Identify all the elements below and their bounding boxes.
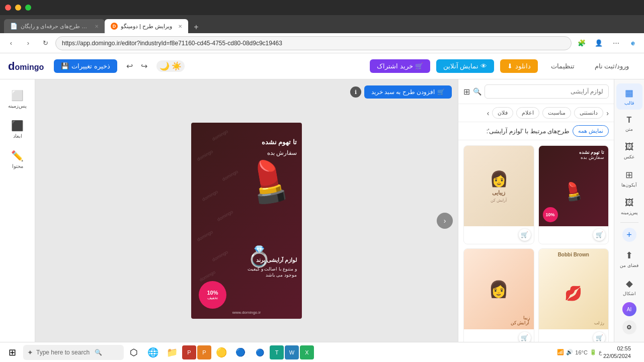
taskbar-app-teal[interactable]: T: [270, 345, 284, 359]
right-icon-background[interactable]: 🖼 پس‌زمینه: [616, 194, 642, 219]
ai-button[interactable]: AI: [622, 302, 636, 316]
background-icon: ⬜: [11, 89, 24, 102]
canvas-area: ℹ 🛒 افزودن طرح به سبد خرید domingo domin…: [35, 79, 458, 362]
start-button[interactable]: ⊞: [2, 344, 22, 360]
watermark-2: domingo: [196, 149, 214, 162]
tab-elam[interactable]: اعلام: [516, 107, 539, 119]
redo-button[interactable]: ↪: [138, 59, 150, 73]
taskbar-edge[interactable]: 🌐: [144, 343, 162, 361]
download-button[interactable]: ⬇ دانلود: [500, 59, 538, 73]
theme-toggle[interactable]: 🌙 ☀️: [156, 60, 185, 72]
lipstick-image: 💄: [240, 154, 298, 209]
tab-bar: 📄 قالب‌ها و طرح‌های حرفه‌ای و رایگان ✕ D…: [0, 15, 644, 33]
watermark-1: domingo: [211, 129, 229, 142]
template-card-3[interactable]: 👩 زیبا آرایش کن 🛒: [463, 248, 534, 347]
right-icon-upload[interactable]: ⬆ فضای من: [616, 246, 642, 272]
template-card-4[interactable]: Bobbi Brown 💋 رژ لب 🛒: [538, 248, 609, 347]
template-card-2[interactable]: تا تهوم نشده سفارش بده 💄 10% 🛒: [538, 145, 609, 244]
settings-button[interactable]: تنظیمات: [544, 59, 582, 73]
left-toolbar: ⬜ پس‌زمینه ⬛ ابعاد ✏️ محتوا: [0, 79, 35, 362]
profile-button[interactable]: 👤: [592, 36, 606, 50]
tool-background[interactable]: ⬜ پس‌زمینه: [3, 85, 32, 113]
design-canvas[interactable]: domingo domingo domingo domingo domingo …: [191, 123, 302, 319]
tab-editor-icon: D: [111, 23, 118, 30]
tab-editor-close[interactable]: ✕: [178, 24, 182, 29]
tab-monasebat[interactable]: مناسبت: [542, 107, 571, 119]
canvas-next-arrow[interactable]: ›: [437, 213, 453, 229]
right-icon-icons[interactable]: ⊞ آیکون‌ها: [616, 165, 642, 192]
tab-falan[interactable]: فلان: [492, 107, 513, 119]
more-button[interactable]: ⋯: [609, 36, 623, 50]
settings-gear-button[interactable]: ⚙: [622, 320, 636, 334]
text-icon: T: [627, 116, 632, 125]
taskbar-explorer[interactable]: 📁: [163, 343, 181, 361]
login-button[interactable]: ورود/ثبت نام: [588, 59, 636, 73]
right-icon-text[interactable]: T متن: [616, 112, 642, 136]
forward-button[interactable]: ›: [21, 36, 35, 50]
taskbar-app-blue[interactable]: 🔵: [251, 343, 269, 361]
extensions-button[interactable]: 🧩: [575, 36, 589, 50]
taskbar-search-icon: 🔍: [95, 349, 102, 356]
right-icon-templates[interactable]: ▦ قالب: [616, 83, 642, 110]
dimensions-icon: ⬛: [11, 120, 24, 132]
taskbar-app-green[interactable]: 🔵: [231, 343, 250, 361]
app: domingo 💾 ذخیره تغییرات ↩ ↪ 🌙 ☀️ خرید اش…: [0, 53, 644, 362]
tray-battery[interactable]: 🔋: [590, 349, 597, 355]
right-icon-shapes[interactable]: ◆ اشکال: [616, 274, 642, 300]
add-to-cart-button[interactable]: 🛒 افزودن طرح به سبد خرید: [364, 85, 452, 99]
show-desktop-button[interactable]: [632, 343, 642, 361]
save-button[interactable]: 💾 ذخیره تغییرات: [54, 59, 117, 73]
add-element-button[interactable]: +: [622, 228, 636, 242]
tray-network[interactable]: 📶: [557, 349, 564, 355]
tabs-right-arrow[interactable]: ›: [487, 109, 490, 117]
watermark-3: domingo: [221, 169, 239, 182]
taskbar-word[interactable]: W: [285, 345, 299, 359]
tab-danestani[interactable]: دانستنی: [574, 107, 603, 119]
tab-editor[interactable]: D ویرایش طرح | دومینگو ✕: [105, 19, 188, 33]
icons-icon: ⊞: [625, 169, 633, 180]
tool-content[interactable]: ✏️ محتوا: [6, 146, 29, 173]
right-icon-photo[interactable]: 🖼 عکس: [616, 138, 642, 163]
tool-content-label: محتوا: [12, 163, 23, 169]
search-icon: 🔍: [473, 87, 481, 96]
taskbar-app-red[interactable]: P: [182, 345, 196, 359]
taskbar-chrome[interactable]: 🟡: [212, 343, 230, 361]
address-bar[interactable]: https://app.domingo.ir/editor?industryId…: [55, 36, 572, 50]
template-search-input[interactable]: [485, 84, 609, 99]
tab-templates-close[interactable]: ✕: [95, 24, 99, 29]
panel-search-bar: ⊞ 🔍: [458, 79, 614, 104]
tabs-left-arrow[interactable]: ‹: [606, 109, 609, 117]
taskbar-multitask[interactable]: ⬡: [125, 343, 143, 361]
reload-button[interactable]: ↻: [38, 36, 52, 50]
template-1-cart[interactable]: 🛒: [519, 229, 531, 241]
taskbar-search[interactable]: ✦ Type here to search 🔍: [23, 345, 124, 360]
taskbar-app-orange[interactable]: P: [197, 345, 211, 359]
share-button[interactable]: خرید اشتراک 🛒: [370, 59, 430, 73]
back-button[interactable]: ‹: [4, 36, 18, 50]
photo-icon: 🖼: [625, 142, 634, 152]
browser-chrome: [0, 0, 644, 15]
preview-button[interactable]: نمایش آنلاین 👁: [436, 59, 494, 73]
taskbar-search-sparkle: ✦: [27, 348, 33, 356]
taskbar-clock[interactable]: 02:55 22/05/2024: [603, 345, 631, 359]
tool-dimensions[interactable]: ⬛ ابعاد: [6, 116, 29, 143]
right-icons-bar: ▦ قالب T متن 🖼 عکس ⊞ آیکون‌ها 🖼 پس‌ز: [614, 79, 644, 362]
undo-button[interactable]: ↩: [123, 59, 136, 73]
browser-nav: ‹ › ↻ https://app.domingo.ir/editor?indu…: [0, 33, 644, 53]
template-2-cart[interactable]: 🛒: [593, 229, 605, 241]
info-button[interactable]: ℹ: [350, 86, 361, 98]
filter-button[interactable]: ⊞: [463, 87, 470, 97]
tray-volume[interactable]: 🔊: [566, 349, 573, 355]
taskbar-excel[interactable]: X: [300, 345, 314, 359]
tool-dimensions-label: ابعاد: [13, 133, 22, 139]
shapes-icon: ◆: [626, 278, 633, 289]
watermark-6: domingo: [196, 229, 214, 242]
new-tab-button[interactable]: +: [190, 21, 202, 33]
system-tray: 📶 🔊 16°C 🔋 ع: [557, 349, 602, 355]
watermark-7: domingo: [211, 249, 229, 262]
show-all-button[interactable]: نمایش همه: [573, 125, 609, 137]
template-card-1[interactable]: 👩 زیبایی آرایش کن 🛒: [463, 145, 534, 244]
tray-keyboard: ع: [599, 349, 602, 355]
tab-templates[interactable]: 📄 قالب‌ها و طرح‌های حرفه‌ای و رایگان ✕: [4, 19, 105, 33]
design-headline-text: تا تهوم نشده سفارش بده: [262, 138, 297, 157]
